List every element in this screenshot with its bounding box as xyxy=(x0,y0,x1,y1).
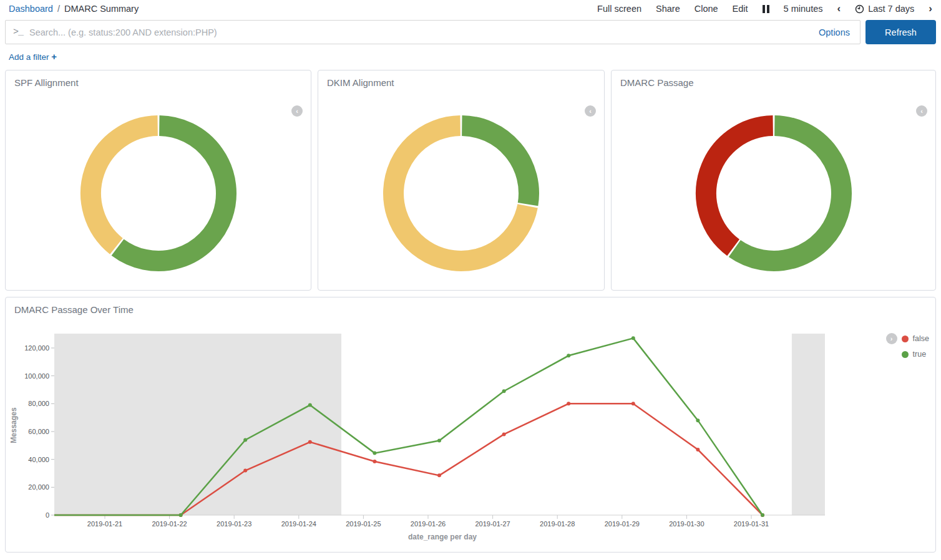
x-tick-label: 2019-01-21 xyxy=(87,520,122,528)
y-tick-label: 40,000 xyxy=(28,456,49,463)
dkim-donut-chart[interactable] xyxy=(379,112,543,275)
menu-full-screen[interactable]: Full screen xyxy=(597,4,641,14)
x-tick-label: 2019-01-30 xyxy=(669,520,704,528)
legend-dot-false xyxy=(902,336,909,342)
options-link[interactable]: Options xyxy=(819,27,850,37)
x-tick-label: 2019-01-31 xyxy=(734,520,769,528)
legend-label-false: false xyxy=(913,334,929,343)
y-tick-label: 100,000 xyxy=(24,372,49,380)
data-point-true[interactable] xyxy=(437,439,441,443)
refresh-button[interactable]: Refresh xyxy=(865,20,936,44)
data-point-false[interactable] xyxy=(631,402,635,405)
data-point-false[interactable] xyxy=(243,469,247,473)
plus-icon: + xyxy=(51,51,57,62)
x-axis-title: date_range per day xyxy=(408,533,477,541)
search-row: >_ Options Refresh xyxy=(5,20,936,44)
x-tick-label: 2019-01-23 xyxy=(217,520,251,528)
spf-donut-chart[interactable] xyxy=(77,112,240,275)
y-tick-label: 0 xyxy=(46,511,49,519)
data-point-false[interactable] xyxy=(437,473,441,477)
top-menu: Full screen Share Clone Edit 5 minutes ‹… xyxy=(597,4,932,14)
dmarc-donut-chart[interactable] xyxy=(692,112,856,275)
data-point-false[interactable] xyxy=(696,448,700,451)
breadcrumb: Dashboard / DMARC Summary xyxy=(9,4,139,14)
data-point-true[interactable] xyxy=(567,354,570,357)
pause-icon[interactable] xyxy=(763,5,769,13)
panel-row: SPF Allignment ‹ DKIM Alignment ‹ DMARC … xyxy=(5,70,936,291)
data-point-true[interactable] xyxy=(761,513,764,517)
breadcrumb-separator: / xyxy=(57,4,60,14)
x-tick-label: 2019-01-26 xyxy=(411,520,446,528)
legend-collapse-icon[interactable]: ‹ xyxy=(291,105,303,117)
data-point-true[interactable] xyxy=(179,513,183,517)
query-prompt-icon: >_ xyxy=(13,27,23,37)
data-point-true[interactable] xyxy=(502,389,506,393)
x-tick-label: 2019-01-22 xyxy=(152,520,187,528)
search-box[interactable]: >_ Options xyxy=(5,20,861,44)
y-tick-label: 20,000 xyxy=(28,483,49,491)
page-title: DMARC Summary xyxy=(64,4,139,14)
data-point-false[interactable] xyxy=(567,402,570,405)
data-point-false[interactable] xyxy=(502,432,506,436)
chevron-right-icon[interactable]: › xyxy=(929,4,932,13)
legend-item-true[interactable]: true xyxy=(902,350,929,359)
panel-title: DMARC Passage Over Time xyxy=(6,297,935,322)
x-tick-label: 2019-01-24 xyxy=(281,520,316,528)
breadcrumb-dashboard-link[interactable]: Dashboard xyxy=(9,4,53,14)
legend-item-false[interactable]: › false xyxy=(886,333,929,344)
y-tick-label: 60,000 xyxy=(28,428,49,435)
filter-bar: Add a filter + xyxy=(0,44,941,62)
y-axis-title: Messages xyxy=(9,407,18,443)
donut-slice[interactable] xyxy=(706,126,773,248)
x-tick-label: 2019-01-28 xyxy=(540,520,575,528)
legend-label-true: true xyxy=(913,350,927,359)
refresh-interval-label[interactable]: 5 minutes xyxy=(784,4,823,14)
time-range-label: Last 7 days xyxy=(868,4,914,14)
chevron-left-icon[interactable]: ‹ xyxy=(837,4,841,13)
time-filter-shaded-band xyxy=(792,334,825,515)
search-input[interactable] xyxy=(29,27,819,37)
data-point-false[interactable] xyxy=(308,440,312,444)
top-nav-bar: Dashboard / DMARC Summary Full screen Sh… xyxy=(0,0,941,16)
x-tick-label: 2019-01-27 xyxy=(475,520,510,528)
line-chart-legend: › false true xyxy=(886,333,929,359)
donut-slice[interactable] xyxy=(117,126,226,261)
data-point-true[interactable] xyxy=(308,403,312,407)
data-point-false[interactable] xyxy=(373,460,376,463)
add-filter-link[interactable]: Add a filter + xyxy=(9,52,57,62)
donut-slice[interactable] xyxy=(462,126,529,205)
x-tick-label: 2019-01-25 xyxy=(346,520,381,528)
dmarc-line-chart[interactable]: 020,00040,00060,00080,000100,000120,0002… xyxy=(6,329,937,552)
panel-dmarc-over-time: DMARC Passage Over Time 020,00040,00060,… xyxy=(5,297,936,553)
panel-dmarc-passage: DMARC Passage ‹ xyxy=(611,70,936,291)
legend-dot-true xyxy=(902,351,909,358)
clock-icon xyxy=(855,4,864,14)
menu-clone[interactable]: Clone xyxy=(695,4,718,14)
donut-slice[interactable] xyxy=(90,126,157,246)
legend-collapse-icon[interactable]: ‹ xyxy=(585,105,596,117)
donut-slice[interactable] xyxy=(734,126,841,261)
time-filter-shaded-band xyxy=(54,334,341,515)
panel-title: DKIM Alignment xyxy=(318,70,604,95)
panel-dkim-alignment: DKIM Alignment ‹ xyxy=(318,70,605,291)
panel-spf-alignment: SPF Allignment ‹ xyxy=(5,70,311,291)
add-filter-label: Add a filter xyxy=(9,52,49,62)
panel-title: SPF Allignment xyxy=(6,70,311,95)
data-point-true[interactable] xyxy=(243,438,247,442)
y-tick-label: 120,000 xyxy=(24,344,49,352)
data-point-true[interactable] xyxy=(631,336,635,340)
menu-share[interactable]: Share xyxy=(656,4,680,14)
x-tick-label: 2019-01-29 xyxy=(605,520,640,528)
y-tick-label: 80,000 xyxy=(28,400,49,407)
time-range-picker[interactable]: Last 7 days xyxy=(855,4,914,14)
panel-title: DMARC Passage xyxy=(612,70,935,95)
data-point-true[interactable] xyxy=(373,451,376,455)
legend-collapse-icon[interactable]: ‹ xyxy=(916,105,927,117)
data-point-true[interactable] xyxy=(696,418,700,422)
menu-edit[interactable]: Edit xyxy=(733,4,748,14)
legend-expand-icon[interactable]: › xyxy=(886,333,897,344)
